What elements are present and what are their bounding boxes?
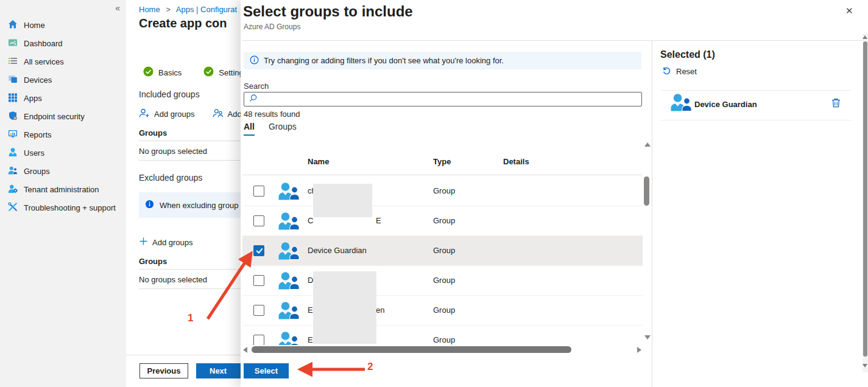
table-row[interactable]: D Group <box>242 266 643 296</box>
home-icon <box>8 19 18 31</box>
annotation-label-2: 2 <box>367 361 373 373</box>
included-groups-commands: Add groups Add <box>139 108 242 120</box>
scroll-left-arrow[interactable] <box>243 347 247 353</box>
sidebar-item-all-services[interactable]: All services <box>0 52 126 71</box>
excluded-banner-text: When excluding group <box>160 201 238 210</box>
scroll-up-arrow[interactable] <box>863 35 867 39</box>
close-icon[interactable]: ✕ <box>845 5 853 16</box>
results-count: 48 results found <box>244 110 300 119</box>
row-checkbox[interactable] <box>253 186 264 197</box>
divider <box>661 120 851 120</box>
sidebar-item-users[interactable]: Users <box>0 144 126 162</box>
group-name: E <box>308 305 313 315</box>
groups-icon <box>8 166 18 177</box>
group-icon <box>278 242 300 262</box>
dashboard-icon <box>8 38 18 49</box>
redaction-box <box>313 184 372 217</box>
tab-all[interactable]: All <box>244 122 255 136</box>
reset-undo-icon <box>662 66 671 77</box>
row-checkbox[interactable] <box>253 335 264 345</box>
scroll-down-arrow[interactable] <box>863 364 867 368</box>
window-vertical-scrollbar[interactable] <box>863 33 868 372</box>
row-checkbox[interactable] <box>253 215 264 226</box>
scroll-right-arrow[interactable] <box>637 347 641 353</box>
tenant-administration-icon <box>8 184 18 195</box>
all-services-icon <box>8 56 18 68</box>
included-groups-column-header: Groups <box>139 128 167 138</box>
group-name-suffix: en <box>376 305 384 315</box>
list-scroll-up-arrow[interactable] <box>644 142 651 147</box>
included-no-groups-text: No groups selected <box>139 147 207 156</box>
trash-icon[interactable] <box>831 97 841 110</box>
add-groups-excluded-command[interactable]: Add groups <box>139 237 193 248</box>
tab-groups[interactable]: Groups <box>269 122 297 136</box>
select-groups-panel: Select groups to include Azure AD Groups… <box>241 0 868 387</box>
table-row[interactable]: E en Group <box>242 296 643 326</box>
filters-info-banner: Try changing or adding filters if you do… <box>244 52 641 69</box>
apps-icon <box>8 92 18 104</box>
sidebar-item-endpoint-security[interactable]: Endpoint security <box>0 107 126 125</box>
plus-icon <box>139 237 148 248</box>
person-add-icon <box>139 108 150 120</box>
sidebar-item-troubleshooting-support[interactable]: Troubleshooting + support <box>0 198 126 217</box>
table-row[interactable]: ch Group <box>242 176 643 206</box>
info-filled-icon <box>145 200 154 211</box>
list-scroll-down-arrow[interactable] <box>644 335 651 340</box>
table-row[interactable]: C E Group <box>242 206 643 236</box>
group-icon <box>278 271 300 291</box>
row-checkbox[interactable] <box>253 245 264 256</box>
groups-list: ch Group C E Group Device Guardian Group… <box>242 176 643 345</box>
excluded-groups-commands: Add groups <box>139 237 193 248</box>
sidebar-item-reports[interactable]: Reports <box>0 125 126 144</box>
group-type: Group <box>433 246 455 255</box>
sidebar-item-tenant-administration[interactable]: Tenant administration <box>0 180 126 198</box>
column-type: Type <box>433 157 451 166</box>
previous-button[interactable]: Previous <box>139 363 188 378</box>
search-box[interactable] <box>244 92 642 106</box>
table-row-device-guardian[interactable]: Device Guardian Group <box>242 236 643 266</box>
panel-subtitle: Azure AD Groups <box>244 23 300 31</box>
wizard-step-basics[interactable]: Basics <box>143 66 182 78</box>
reports-icon <box>8 129 18 141</box>
sidebar-item-dashboard[interactable]: Dashboard <box>0 34 126 52</box>
selected-item-name: Device Guardian <box>694 100 757 109</box>
breadcrumb-home-link[interactable]: Home <box>139 5 160 14</box>
select-button[interactable]: Select <box>244 363 289 378</box>
left-nav-sidebar: « Home Dashboard All services Devices Ap… <box>0 0 127 387</box>
users-icon <box>8 147 18 159</box>
annotation-label-1: 1 <box>188 312 193 324</box>
row-checkbox[interactable] <box>253 305 264 316</box>
sidebar-item-devices[interactable]: Devices <box>0 71 126 89</box>
list-horizontal-scrollbar[interactable] <box>242 346 642 354</box>
endpoint-security-icon <box>8 111 18 122</box>
page-title: Create app con <box>139 16 227 30</box>
excluded-no-groups-text: No groups selected <box>139 275 207 284</box>
excluded-groups-heading: Excluded groups <box>139 173 202 183</box>
collapse-sidebar-icon[interactable]: « <box>115 3 120 13</box>
add-all-users-command[interactable]: Add <box>213 108 242 120</box>
table-row[interactable]: E Group <box>242 326 643 345</box>
row-checkbox[interactable] <box>253 275 264 286</box>
reset-command[interactable]: Reset <box>662 66 697 77</box>
breadcrumb: Home > Apps | Configurat <box>139 5 237 14</box>
info-outline-icon <box>250 55 259 66</box>
sidebar-item-apps[interactable]: Apps <box>0 89 126 107</box>
group-name: Device Guardian <box>308 246 367 255</box>
breadcrumb-current-link[interactable]: Apps | Configurat <box>176 5 237 14</box>
panel-title: Select groups to include <box>243 3 413 20</box>
step-complete-check-icon <box>143 66 153 78</box>
group-icon <box>278 331 300 345</box>
sidebar-item-home[interactable]: Home <box>0 16 126 34</box>
sidebar-item-groups[interactable]: Groups <box>0 162 126 180</box>
window-scrollbar-thumb[interactable] <box>863 41 867 357</box>
group-name: D <box>308 276 313 285</box>
search-label: Search <box>244 82 269 91</box>
add-groups-command[interactable]: Add groups <box>139 108 195 120</box>
wizard-step-settings[interactable]: Setting <box>203 66 243 78</box>
search-input[interactable] <box>261 92 641 106</box>
list-vertical-scrollbar-thumb[interactable] <box>644 176 649 206</box>
panel-header-divider <box>242 40 863 41</box>
group-type: Group <box>433 186 455 195</box>
horizontal-scrollbar-thumb[interactable] <box>252 346 571 353</box>
included-groups-heading: Included groups <box>139 89 200 99</box>
